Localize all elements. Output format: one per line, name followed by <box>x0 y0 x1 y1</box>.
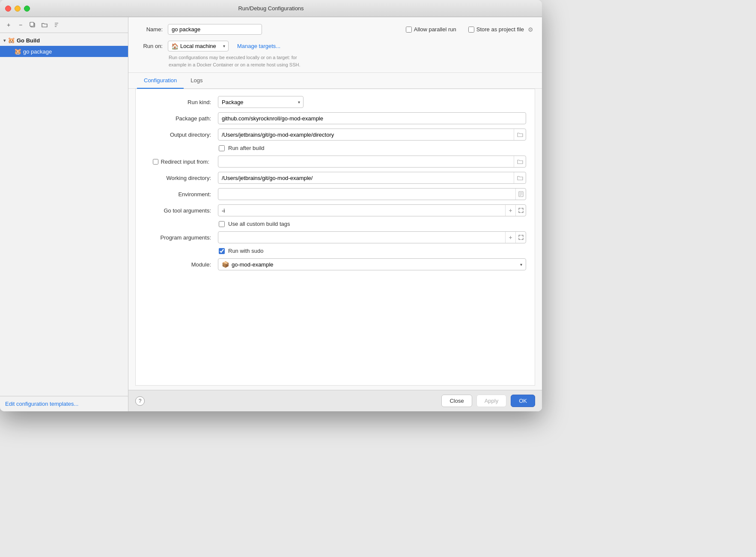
run-on-select[interactable]: Local machine <box>168 41 229 51</box>
run-kind-row: Run kind: Package ▾ <box>144 96 526 108</box>
minimize-button[interactable] <box>15 6 21 12</box>
redirect-input-row: Redirect input from: <box>144 156 526 168</box>
go-tool-arguments-row: Go tool arguments: + <box>144 204 526 216</box>
redirect-input-wrapper <box>218 156 526 168</box>
add-config-button[interactable]: + <box>3 20 14 30</box>
go-tool-arguments-input[interactable] <box>218 205 505 216</box>
sort-button[interactable] <box>51 20 62 30</box>
bottom-right: Close Apply OK <box>441 395 535 407</box>
module-select-wrapper: 📦 go-mod-example ▾ <box>218 258 526 270</box>
run-on-label: Run on: <box>137 43 163 49</box>
working-directory-wrapper <box>218 172 526 184</box>
tree-group-label: Go Build <box>17 37 40 44</box>
apply-button[interactable]: Apply <box>476 395 507 407</box>
manage-targets-link[interactable]: Manage targets... <box>237 43 280 49</box>
sidebar-tree: ▾ 🐹 Go Build 🐹 go package <box>0 33 128 396</box>
output-directory-wrapper <box>218 129 526 141</box>
output-directory-browse-button[interactable] <box>514 129 526 140</box>
title-bar: Run/Debug Configurations <box>0 0 542 17</box>
custom-build-tags-label: Use all custom build tags <box>228 221 290 227</box>
tab-logs[interactable]: Logs <box>184 73 209 89</box>
redirect-input-browse-button[interactable] <box>514 156 526 167</box>
store-as-project-label: Store as project file <box>476 26 524 33</box>
go-tool-arguments-label: Go tool arguments: <box>144 207 213 214</box>
run-kind-select[interactable]: Package <box>218 96 304 108</box>
allow-parallel-run-group: Allow parallel run <box>406 26 456 33</box>
sidebar-footer: Edit configuration templates... <box>0 396 128 411</box>
run-on-select-wrapper: 🏠 Local machine ▾ <box>168 41 229 51</box>
environment-wrapper <box>218 188 526 200</box>
tree-group-go-build: ▾ 🐹 Go Build 🐹 go package <box>0 35 128 57</box>
name-input[interactable] <box>168 24 262 35</box>
program-arguments-add-button[interactable]: + <box>505 232 515 243</box>
store-as-project-checkbox[interactable] <box>468 27 474 33</box>
bottom-bar: ? Close Apply OK <box>128 390 542 411</box>
tab-configuration[interactable]: Configuration <box>137 73 184 89</box>
working-directory-input[interactable] <box>218 172 514 183</box>
program-arguments-expand-button[interactable] <box>515 232 526 243</box>
run-with-sudo-label: Run with sudo <box>228 248 263 254</box>
name-row: Name: Allow parallel run Store as projec… <box>137 24 533 35</box>
output-directory-label: Output directory: <box>144 132 213 138</box>
close-button[interactable]: Close <box>441 395 472 407</box>
program-arguments-label: Program arguments: <box>144 234 213 241</box>
run-with-sudo-checkbox[interactable] <box>219 248 225 254</box>
custom-build-tags-checkbox[interactable] <box>219 221 225 227</box>
redirect-input-checkbox[interactable] <box>153 159 158 165</box>
custom-build-tags-row: Use all custom build tags <box>219 221 526 227</box>
working-directory-browse-button[interactable] <box>514 172 526 183</box>
sidebar: + − <box>0 17 128 411</box>
tree-group-header[interactable]: ▾ 🐹 Go Build <box>0 35 128 46</box>
run-on-hint: Run configurations may be executed local… <box>169 54 533 68</box>
tree-item-label: go package <box>23 48 52 55</box>
tree-item-go-package[interactable]: 🐹 go package <box>0 46 128 57</box>
redirect-input-label: Redirect input from: <box>161 159 211 165</box>
environment-browse-button[interactable] <box>515 189 526 200</box>
go-tool-arguments-add-button[interactable]: + <box>505 205 515 216</box>
copy-config-button[interactable] <box>27 20 38 30</box>
run-on-hint-line2: example in a Docker Container or on a re… <box>169 62 301 67</box>
run-on-hint-line1: Run configurations may be executed local… <box>169 55 297 60</box>
program-arguments-wrapper: + <box>218 231 526 243</box>
package-path-row: Package path: <box>144 112 526 124</box>
program-arguments-row: Program arguments: + <box>144 231 526 243</box>
edit-templates-link[interactable]: Edit configuration templates... <box>5 401 78 407</box>
package-path-label: Package path: <box>144 115 213 122</box>
environment-row: Environment: <box>144 188 526 200</box>
close-button[interactable] <box>5 6 11 12</box>
move-to-folder-button[interactable] <box>39 20 50 30</box>
sidebar-toolbar: + − <box>0 17 128 33</box>
run-with-sudo-row: Run with sudo <box>219 248 526 254</box>
help-button[interactable]: ? <box>135 396 145 406</box>
run-kind-select-wrapper: Package ▾ <box>218 96 304 108</box>
go-build-icon: 🐹 <box>7 36 15 44</box>
output-directory-input[interactable] <box>218 129 514 140</box>
remove-config-button[interactable]: − <box>15 20 26 30</box>
store-as-project-group: Store as project file ⚙ <box>468 26 533 33</box>
package-path-input[interactable] <box>218 112 526 124</box>
right-panel: Name: Allow parallel run Store as projec… <box>128 17 542 411</box>
run-kind-label: Run kind: <box>144 99 213 105</box>
gear-icon[interactable]: ⚙ <box>528 26 533 33</box>
run-after-build-row: Run after build <box>219 145 526 151</box>
redirect-input-field[interactable] <box>218 156 514 167</box>
main-content: + − <box>0 17 542 411</box>
program-arguments-input[interactable] <box>218 232 505 243</box>
environment-input[interactable] <box>218 189 515 200</box>
run-after-build-checkbox[interactable] <box>219 145 225 151</box>
maximize-button[interactable] <box>24 6 30 12</box>
allow-parallel-run-checkbox[interactable] <box>406 27 412 33</box>
module-select[interactable]: go-mod-example <box>229 259 526 270</box>
environment-label: Environment: <box>144 191 213 198</box>
working-directory-row: Working directory: <box>144 172 526 184</box>
module-folder-icon: 📦 <box>222 261 229 268</box>
tabs-bar: Configuration Logs <box>128 73 542 89</box>
go-package-icon: 🐹 <box>14 48 21 55</box>
traffic-lights <box>5 6 30 12</box>
ok-button[interactable]: OK <box>511 395 535 407</box>
run-after-build-label: Run after build <box>228 145 265 151</box>
config-header: Name: Allow parallel run Store as projec… <box>128 17 542 73</box>
allow-parallel-run-label: Allow parallel run <box>414 26 456 33</box>
go-tool-arguments-expand-button[interactable] <box>515 205 526 216</box>
config-form: Run kind: Package ▾ Package path: Output… <box>135 89 535 386</box>
